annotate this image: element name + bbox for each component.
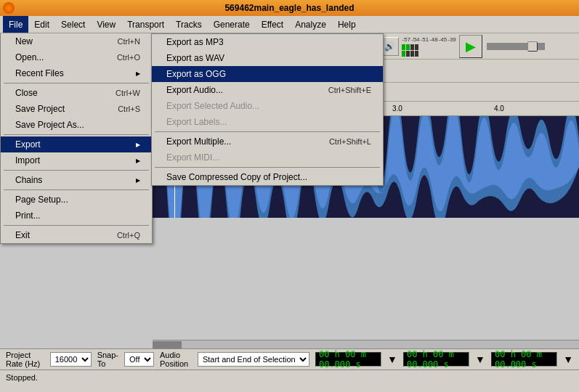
export-wav-item[interactable]: Export as WAV [152,50,383,66]
menu-effect[interactable]: Effect [256,16,289,33]
file-close-item[interactable]: Close Ctrl+W [1,85,152,101]
horizontal-scrollbar[interactable] [153,340,579,348]
export-mp3-item[interactable]: Export as MP3 [152,34,383,50]
snap-to-select[interactable]: Off [124,352,154,367]
sep5 [4,225,149,226]
file-save-item[interactable]: Save Project Ctrl+S [1,101,152,117]
file-exit-item[interactable]: Exit Ctrl+Q [1,227,152,243]
window-title: 569462main_eagle_has_landed [224,3,354,13]
time-display-2: 00 h 00 m 00.000 s [403,352,469,367]
ruler-mark-4: 4.0 [494,105,504,113]
export-selected-item: Export Selected Audio... [152,98,383,114]
time-display-1: 00 h 00 m 00.000 s [315,352,381,367]
file-open-item[interactable]: Open... Ctrl+O [1,49,152,65]
time-dropdown-3[interactable]: ▼ [563,354,573,365]
file-menu-dropdown: New Ctrl+N Open... Ctrl+O Recent Files C… [0,33,153,244]
play-button[interactable]: ▶ [459,35,482,58]
volume-slider[interactable] [487,43,545,50]
file-export-item[interactable]: Export [1,136,152,152]
menu-select[interactable]: Select [55,16,91,33]
menu-transport[interactable]: Transport [121,16,170,33]
file-import-item[interactable]: Import [1,152,152,168]
menu-file[interactable]: File [3,16,28,33]
export-submenu: Export as MP3 Export as WAV Export as OG… [151,33,384,186]
menu-generate[interactable]: Generate [208,16,256,33]
file-new-item[interactable]: New Ctrl+N [1,33,152,49]
time-dropdown-1[interactable]: ▼ [387,354,397,365]
file-pagesetup-item[interactable]: Page Setup... [1,192,152,208]
menu-tracks[interactable]: Tracks [170,16,208,33]
audio-position-label: Audio Position [160,351,192,368]
export-ogg-item[interactable]: Export as OGG [152,66,383,82]
time-dropdown-2[interactable]: ▼ [475,354,485,365]
project-rate-select[interactable]: 16000 [50,352,92,367]
sep1 [4,83,149,83]
export-midi-item: Export MIDI... [152,150,383,166]
menu-view[interactable]: View [91,16,121,33]
output-vu-meter: -57-54-51-48-45-39 [400,35,457,58]
sep3 [4,170,149,171]
export-labels-item: Export Labels... [152,114,383,130]
file-print-item[interactable]: Print... [1,208,152,224]
file-chains-item[interactable]: Chains [1,172,152,188]
file-recent-item[interactable]: Recent Files [1,65,152,81]
title-bar: 569462main_eagle_has_landed [0,0,579,16]
app-icon [3,2,15,14]
file-saveas-item[interactable]: Save Project As... [1,117,152,133]
menu-help[interactable]: Help [332,16,362,33]
menu-bar: File Edit Select View Transport Tracks G… [0,16,579,33]
save-compressed-item[interactable]: Save Compressed Copy of Project... [152,169,383,185]
project-rate-row: Project Rate (Hz) 16000 Snap-To Off Audi… [0,349,579,369]
sep4 [4,189,149,190]
export-audio-item[interactable]: Export Audio... Ctrl+Shift+E [152,82,383,98]
menu-analyze[interactable]: Analyze [289,16,332,33]
export-sep2 [155,167,380,168]
selection-mode-select[interactable]: Start and End of Selection [198,352,309,367]
bottom-area: Project Rate (Hz) 16000 Snap-To Off Audi… [0,348,579,392]
status-text: Stopped. [6,373,38,382]
export-multiple-item[interactable]: Export Multiple... Ctrl+Shift+L [152,134,383,150]
project-rate-label: Project Rate (Hz) [6,351,44,368]
menu-edit[interactable]: Edit [28,16,55,33]
snap-to-label: Snap-To [97,351,118,368]
sep2 [4,134,149,135]
status-bar: Stopped. [0,369,579,384]
scrollbar-thumb[interactable] [153,341,182,348]
ruler-mark-3: 3.0 [392,105,402,113]
export-sep1 [155,131,380,132]
time-display-3: 00 h 00 m 00.000 s [491,352,557,367]
